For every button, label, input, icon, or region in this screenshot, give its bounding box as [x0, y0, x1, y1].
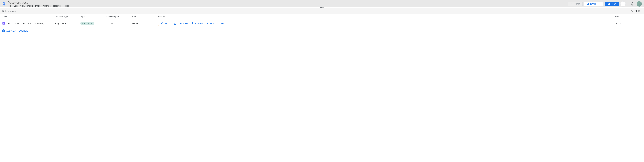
cell-connector: Google Sheets	[54, 22, 80, 25]
add-source-row: ADD A DATA SOURCE	[0, 28, 644, 34]
copy-icon	[174, 22, 176, 25]
svg-rect-4	[3, 23, 4, 24]
panel-header: Data sources CLOSE	[0, 8, 644, 14]
menu-help[interactable]: Help	[65, 5, 70, 7]
alias-text: ds2	[619, 22, 622, 25]
edit-label: EDIT	[164, 22, 169, 25]
panel-drag-handle[interactable]	[0, 7, 644, 8]
header-left: Password post File Edit View Insert Page…	[2, 1, 70, 7]
ds-name-text[interactable]: TEST | PASSWORD POST - Main Page	[6, 22, 45, 25]
chevron-down-icon	[600, 3, 602, 5]
header-actions: Actions	[158, 16, 615, 18]
svg-point-1	[3, 4, 5, 6]
remove-label: REMOVE	[194, 22, 204, 25]
person-add-icon	[586, 3, 589, 5]
user-avatar[interactable]	[636, 1, 642, 7]
looker-studio-logo-icon	[2, 2, 6, 6]
more-options-button[interactable]	[620, 1, 626, 7]
share-label: Share	[590, 3, 596, 5]
duplicate-button[interactable]: DUPLICATE	[174, 22, 189, 25]
header-right: Reset Share View	[568, 1, 642, 7]
share-button-group: Share	[584, 2, 604, 6]
menu-file[interactable]: File	[8, 5, 11, 7]
cell-used: 0 charts	[106, 22, 132, 25]
pencil-icon	[615, 22, 618, 25]
svg-point-0	[3, 2, 5, 3]
help-button[interactable]	[630, 1, 635, 7]
embedded-badge: Embedded	[80, 22, 94, 25]
more-vert-icon	[622, 2, 624, 6]
svg-rect-5	[3, 24, 4, 24]
make-reusable-button[interactable]: MAKE REUSABLE	[206, 22, 227, 25]
svg-rect-3	[3, 23, 4, 23]
close-button[interactable]: CLOSE	[631, 10, 642, 13]
reset-label: Reset	[574, 3, 580, 5]
menu-insert[interactable]: Insert	[27, 5, 33, 7]
eye-icon	[607, 2, 610, 6]
cell-type: Embedded	[80, 22, 106, 25]
menu-page[interactable]: Page	[35, 5, 40, 7]
menu-arrange[interactable]: Arrange	[43, 5, 50, 7]
edit-button[interactable]: EDIT	[158, 21, 171, 26]
header-used: Used in report	[106, 16, 132, 18]
menu-bar: File Edit View Insert Page Arrange Resou…	[8, 5, 70, 7]
share-dropdown-button[interactable]	[599, 2, 604, 6]
help-icon	[631, 2, 634, 6]
menu-edit[interactable]: Edit	[14, 5, 18, 7]
remove-button[interactable]: REMOVE	[191, 22, 204, 25]
undo-icon	[570, 3, 573, 5]
header-name: Name	[2, 16, 54, 18]
cell-actions: EDIT DUPLICATE REMOVE MAKE REUSABLE	[158, 21, 615, 26]
cell-status: Working	[132, 22, 158, 25]
menu-resource[interactable]: Resource	[53, 5, 62, 7]
trash-icon	[191, 22, 194, 25]
header-status: Status	[132, 16, 158, 18]
header-connector: Connector Type	[54, 16, 80, 18]
title-block: Password post File Edit View Insert Page…	[8, 1, 70, 7]
header-type: Type	[80, 16, 106, 18]
pencil-icon	[160, 22, 163, 25]
cell-alias[interactable]: ds2	[615, 22, 642, 25]
menu-view[interactable]: View	[20, 5, 25, 7]
reset-button: Reset	[568, 2, 583, 6]
header-alias: Alias	[615, 16, 642, 18]
data-source-row: TEST | PASSWORD POST - Main Page Google …	[0, 19, 644, 28]
add-data-source-button[interactable]: ADD A DATA SOURCE	[2, 29, 28, 32]
add-source-label: ADD A DATA SOURCE	[6, 30, 28, 32]
share-arrow-icon	[206, 22, 209, 25]
close-label: CLOSE	[635, 10, 642, 12]
table-header-row: Name Connector Type Type Used in report …	[0, 14, 644, 19]
close-icon	[631, 10, 634, 13]
app-header: Password post File Edit View Insert Page…	[0, 0, 644, 7]
duplicate-label: DUPLICATE	[177, 22, 189, 25]
data-source-icon	[2, 22, 5, 25]
document-title[interactable]: Password post	[8, 1, 70, 5]
panel-title: Data sources	[2, 10, 16, 13]
link-icon	[82, 22, 84, 25]
view-button[interactable]: View	[605, 2, 619, 6]
plus-icon	[2, 29, 5, 32]
share-button[interactable]: Share	[584, 2, 599, 6]
view-label: View	[612, 3, 616, 5]
cell-name: TEST | PASSWORD POST - Main Page	[2, 22, 54, 25]
embedded-text: Embedded	[84, 22, 93, 25]
make-reusable-label: MAKE REUSABLE	[210, 22, 227, 25]
